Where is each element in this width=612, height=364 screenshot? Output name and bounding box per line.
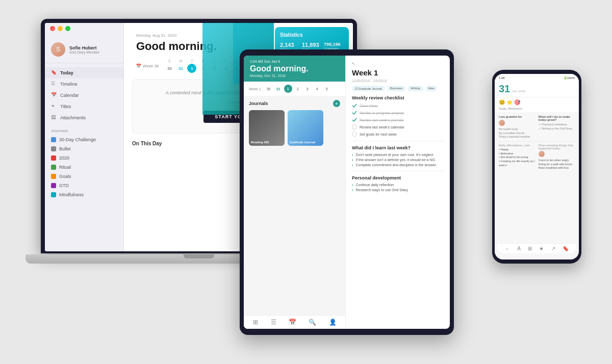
journal-card-gratitude[interactable]: Gratitude Journal <box>288 110 323 146</box>
tablet-nav-grid-icon[interactable]: ⊞ <box>253 319 258 326</box>
day-col-tue[interactable]: T 1 <box>187 59 196 73</box>
journal-bullet[interactable]: Bullet <box>45 144 123 153</box>
tablet-nav-calendar-icon[interactable]: 📅 <box>289 319 296 326</box>
tablet-nav-profile-icon[interactable]: 👤 <box>329 319 337 326</box>
check-text-4: Review last week's calendar <box>360 125 404 129</box>
check-item-4[interactable]: Review last week's calendar <box>352 124 444 129</box>
journal-card-reading-label: Reading 365 <box>251 141 269 144</box>
journal-mindfulness-label: Mindfulness <box>59 192 84 197</box>
day-col-sun[interactable]: S 30 <box>165 59 174 73</box>
nav-timeline[interactable]: ☰ Timeline <box>45 79 123 90</box>
amazing-text: Count to ten when angry Going for a walk… <box>539 151 575 170</box>
tablet-nav-list-icon[interactable]: ☰ <box>271 319 276 326</box>
section2-title: What did I learn last week? <box>352 145 444 150</box>
circle-icon-4 <box>352 124 357 129</box>
journal-dot <box>51 183 56 188</box>
bullet-dot-4: • <box>352 183 353 187</box>
journal-gtd-label: GTD <box>59 183 69 188</box>
nav-timeline-label: Timeline <box>60 82 78 87</box>
journal-ritual[interactable]: Ritual <box>45 163 123 172</box>
tablet-day-2[interactable]: 2 <box>294 85 302 93</box>
bullet-text-1: Don't seek pleasure at your own cost. It… <box>355 153 434 157</box>
journal-cards: Reading 365 Gratitude Journal <box>249 110 340 146</box>
journal-2020[interactable]: 2020 <box>45 153 123 163</box>
tablet-day-5[interactable]: 5 <box>323 85 331 93</box>
journal-dot <box>51 137 56 142</box>
week-title: Week 1 <box>352 68 444 77</box>
journal-card-reading[interactable]: Reading 365 <box>249 110 285 146</box>
tablet-time: 1:04 AM Sun Jan 6 <box>250 60 339 63</box>
phone-divider-1 <box>499 141 575 142</box>
phone-screen: 1:08 🔋100% 31 Dec 2018 😊 ⭐ 🎯 Study, Medi… <box>495 74 579 259</box>
divider-2 <box>352 171 444 171</box>
tablet-nav-search-icon[interactable]: 🔍 <box>309 319 316 326</box>
phone-nav-teal-flag-icon[interactable]: 🔖 <box>563 246 569 251</box>
phone-sticker-1: 😊 <box>499 99 505 105</box>
tablet-bezel: 1:04 AM Sun Jan 6 Good morning. Monday, … <box>240 49 454 335</box>
bullet-text-5: Research ways to use Grid Diary <box>355 188 407 192</box>
profile-info: Sofie Hubert Grid Diary Member <box>69 45 99 54</box>
phone-nav-share-icon[interactable]: ↗ <box>551 246 555 251</box>
phone-battery-icon: 🔋100% <box>564 76 575 80</box>
minimize-button[interactable] <box>58 26 63 31</box>
tags-row: ☑ Gratitude Journal Business Writing Ide… <box>352 86 444 91</box>
journals-section-title: Journals <box>249 101 268 106</box>
phone-nav-text-icon[interactable]: A <box>517 246 521 251</box>
phone-nav-grid-icon[interactable]: ⊞ <box>528 246 532 251</box>
journal-gtd[interactable]: GTD <box>45 181 123 190</box>
phone-date-header: 31 Dec 2018 <box>495 82 579 97</box>
tablet-day-4[interactable]: 4 <box>313 85 321 93</box>
bullet-text-3: Complete commitment and discipline is th… <box>355 163 437 167</box>
nav-today[interactable]: 🔖 Today <box>45 67 123 79</box>
check-item-3: Review-last-week's-journals <box>352 117 444 122</box>
nav-titles[interactable]: ✦ Titles <box>45 101 123 112</box>
profile-name: Sofie Hubert <box>69 45 99 50</box>
sparkle-icon: ✦ <box>51 103 57 110</box>
tablet-day-3[interactable]: 3 <box>303 85 312 93</box>
stats-title: Statistics <box>280 32 344 38</box>
journal-goals[interactable]: Goals <box>45 172 123 181</box>
phone-nav-back-icon[interactable]: ← <box>505 246 510 251</box>
journal-card-gratitude-label: Gratitude Journal <box>290 141 315 144</box>
nav-attachments[interactable]: 🖼 Attachments <box>45 112 123 123</box>
phone-tags: Study, Meditation <box>495 107 579 112</box>
phone-nav-star-icon[interactable]: ★ <box>539 246 544 251</box>
journal-2020-label: 2020 <box>59 155 69 161</box>
journal-dot <box>51 174 56 179</box>
phone-avatar-row-2 <box>539 151 575 157</box>
phone-col2-text: ✓ Practiced meditation ✓ Writing on the … <box>539 123 575 131</box>
phone-col-gratitude: I am grateful for My health body My incr… <box>499 115 536 139</box>
scene: S Sofie Hubert Grid Diary Member 🔖 Today… <box>26 9 586 355</box>
day-col-mon[interactable]: M 31 <box>176 59 185 73</box>
nav-today-label: Today <box>60 70 73 75</box>
tablet-journals-section: Journals + Reading 365 Gratitude Journal <box>244 96 345 150</box>
bullet-dot-5: • <box>352 188 353 192</box>
bullet-1: • Don't seek pleasure at your own cost. … <box>352 153 444 157</box>
checklist-title: Weekly review checklist <box>352 95 444 100</box>
calendar-small-icon: 📅 <box>136 64 141 68</box>
tablet-week-label: Week 1 <box>249 87 261 91</box>
check-item-5[interactable]: Set goals for next week <box>352 132 444 137</box>
affirmations-title: Daily affirmations, I am: <box>499 144 536 147</box>
entries-value: 2,143 <box>280 42 300 48</box>
nav-calendar-label: Calendar <box>60 93 79 98</box>
amazing-title: Three amazing things that happened today… <box>539 144 575 150</box>
journal-30day[interactable]: 30-Day Challenge <box>45 135 123 144</box>
checkmark-icon-2 <box>352 110 357 115</box>
maximize-button[interactable] <box>65 26 70 31</box>
add-journal-button[interactable]: + <box>333 100 340 107</box>
profile-section: S Sofie Hubert Grid Diary Member <box>45 38 123 63</box>
journal-mindfulness[interactable]: Mindfulness <box>45 190 123 199</box>
tablet-day-31[interactable]: 31 <box>274 85 283 93</box>
tablet-topbar: 1:04 AM Sun Jan 6 Good morning. Monday, … <box>244 56 345 82</box>
phone-bottom-nav: ← A ⊞ ★ ↗ 🔖 <box>497 243 576 253</box>
tablet-day-1[interactable]: 1 <box>284 85 292 93</box>
check-text-3: Review-last-week's-journals <box>360 118 404 122</box>
phone-col-affirmations: Daily affirmations, I am: • Happy • Moti… <box>499 144 536 170</box>
nav-calendar[interactable]: 📅 Calendar <box>45 90 123 101</box>
avatar: S <box>51 42 65 57</box>
tablet-day-30[interactable]: 30 <box>265 85 273 93</box>
image-icon: 🖼 <box>51 115 57 121</box>
close-button[interactable] <box>50 26 55 31</box>
phone-sticker-2: ⭐ <box>506 99 513 105</box>
